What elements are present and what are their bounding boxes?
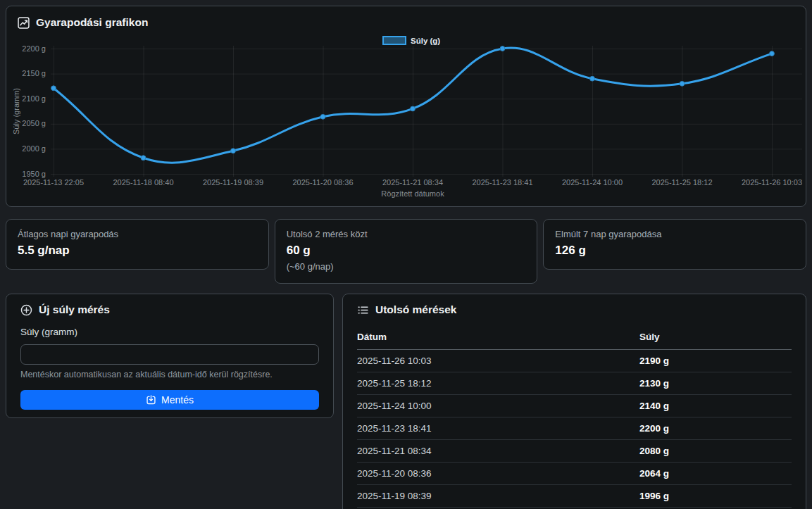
table-row: 2025-11-20 08:362064 g	[357, 463, 792, 485]
data-point[interactable]	[590, 76, 595, 81]
column-header-weight: Súly	[639, 325, 792, 350]
chart-legend[interactable]: Súly (g)	[383, 37, 440, 45]
table-row: 2025-11-25 18:122130 g	[357, 372, 792, 395]
weight-field-label: Súly (gramm)	[20, 327, 319, 337]
table-row: 2025-11-19 08:391996 g	[357, 485, 792, 508]
data-point[interactable]	[141, 156, 146, 161]
svg-text:1950 g: 1950 g	[22, 170, 46, 178]
data-point[interactable]	[770, 51, 775, 56]
svg-text:2025-11-23 18:41: 2025-11-23 18:41	[472, 178, 532, 187]
data-point[interactable]	[231, 149, 236, 153]
data-point[interactable]	[680, 81, 685, 86]
svg-text:2025-11-24 10:00: 2025-11-24 10:00	[562, 178, 623, 187]
svg-text:2150 g: 2150 g	[22, 69, 46, 77]
y-axis: 1950 g2000 g2050 g2100 g2150 g2200 g	[22, 44, 46, 178]
svg-text:2025-11-13 22:05: 2025-11-13 22:05	[23, 178, 84, 187]
svg-text:2025-11-21 08:34: 2025-11-21 08:34	[382, 178, 443, 187]
svg-text:2200 g: 2200 g	[22, 44, 46, 53]
stat-card-average-daily-gain: Átlagos napi gyarapodás 5.5 g/nap	[6, 219, 269, 270]
measurements-table: Dátum Súly 2025-11-26 10:032190 g2025-11…	[357, 325, 792, 509]
save-button[interactable]: Mentés	[20, 390, 319, 410]
x-axis-title: Rögzített dátumok	[381, 189, 444, 198]
last-measurements-card: Utolsó mérések Dátum Súly 2025-11-26 10:…	[342, 294, 806, 509]
measurement-date: 2025-11-21 08:34	[357, 440, 639, 463]
measurement-weight: 2130 g	[639, 372, 792, 395]
legend-label: Súly (g)	[411, 37, 440, 45]
measurement-date: 2025-11-19 08:39	[357, 485, 639, 508]
x-axis: 2025-11-13 22:052025-11-18 08:402025-11-…	[23, 178, 802, 187]
data-point[interactable]	[500, 46, 505, 51]
list-icon	[357, 304, 369, 316]
save-icon	[146, 395, 156, 406]
svg-text:2025-11-25 18:12: 2025-11-25 18:12	[651, 178, 712, 187]
stat-card-last-seven-days-gain: Elmúlt 7 nap gyarapodása 126 g	[543, 219, 806, 270]
svg-text:2025-11-18 08:40: 2025-11-18 08:40	[113, 178, 173, 187]
gridlines	[51, 46, 802, 177]
stat-value: 5.5 g/nap	[18, 242, 257, 259]
stat-value: 126 g	[555, 242, 794, 259]
measurement-weight: 2080 g	[639, 440, 792, 463]
measurement-weight: 1996 g	[639, 485, 792, 508]
stat-label: Utolsó 2 mérés közt	[287, 228, 526, 240]
measurement-date: 2025-11-25 18:12	[357, 372, 639, 395]
table-card-title: Utolsó mérések	[357, 303, 792, 316]
table-row: 2025-11-21 08:342080 g	[357, 440, 792, 463]
chart-card-title: Gyarapodási grafikon	[18, 16, 148, 29]
autosave-hint: Mentéskor automatikusan az aktuális dátu…	[20, 370, 319, 379]
chart-title-label: Gyarapodási grafikon	[36, 16, 148, 29]
svg-text:2050 g: 2050 g	[22, 119, 46, 127]
save-button-label: Mentés	[161, 394, 194, 406]
data-point[interactable]	[411, 106, 416, 111]
stat-subvalue: (~60 g/nap)	[287, 260, 526, 273]
svg-text:2000 g: 2000 g	[22, 144, 46, 153]
stat-card-last-two-measurements: Utolsó 2 mérés közt 60 g (~60 g/nap)	[275, 219, 538, 284]
svg-text:2025-11-20 08:36: 2025-11-20 08:36	[292, 178, 353, 187]
data-point[interactable]	[320, 114, 325, 119]
svg-text:2100 g: 2100 g	[22, 94, 46, 103]
table-header-row: Dátum Súly	[357, 325, 792, 350]
bottom-row: Új súly mérés Súly (gramm) Mentéskor aut…	[6, 294, 806, 509]
svg-text:2025-11-19 08:39: 2025-11-19 08:39	[203, 178, 263, 187]
weight-dashboard: Gyarapodási grafikon 1950 g2000 g2050 g2…	[0, 0, 812, 509]
weight-line-chart: 1950 g2000 g2050 g2100 g2150 g2200 g2025…	[6, 6, 806, 206]
form-title-label: Új súly mérés	[39, 303, 110, 316]
legend-swatch	[383, 37, 406, 44]
measurement-weight: 2064 g	[639, 463, 792, 485]
measurement-weight: 2140 g	[639, 395, 792, 417]
measurement-date: 2025-11-26 10:03	[357, 350, 639, 372]
plus-circle-icon	[20, 304, 32, 316]
y-axis-title: Súly (gramm)	[12, 88, 20, 134]
column-header-date: Dátum	[357, 325, 639, 350]
stat-label: Átlagos napi gyarapodás	[18, 228, 257, 240]
measurement-date: 2025-11-20 08:36	[357, 463, 639, 485]
table-title-label: Utolsó mérések	[375, 303, 456, 316]
stats-row: Átlagos napi gyarapodás 5.5 g/nap Utolsó…	[6, 219, 806, 284]
table-row: 2025-11-24 10:002140 g	[357, 395, 792, 417]
graph-up-icon	[18, 17, 30, 29]
measurement-weight: 2190 g	[639, 350, 792, 372]
growth-chart-card: Gyarapodási grafikon 1950 g2000 g2050 g2…	[6, 6, 806, 207]
measurement-weight: 2200 g	[639, 417, 792, 440]
table-row: 2025-11-26 10:032190 g	[357, 350, 792, 372]
form-card-title: Új súly mérés	[20, 303, 319, 316]
new-measurement-card: Új súly mérés Súly (gramm) Mentéskor aut…	[6, 294, 334, 418]
weight-input[interactable]	[20, 344, 319, 365]
data-point[interactable]	[51, 86, 56, 91]
stat-label: Elmúlt 7 nap gyarapodása	[555, 228, 794, 240]
svg-text:2025-11-26 10:03: 2025-11-26 10:03	[742, 178, 802, 187]
measurement-date: 2025-11-24 10:00	[357, 395, 639, 417]
measurement-date: 2025-11-23 18:41	[357, 417, 639, 440]
stat-value: 60 g	[287, 242, 526, 259]
table-row: 2025-11-23 18:412200 g	[357, 417, 792, 440]
